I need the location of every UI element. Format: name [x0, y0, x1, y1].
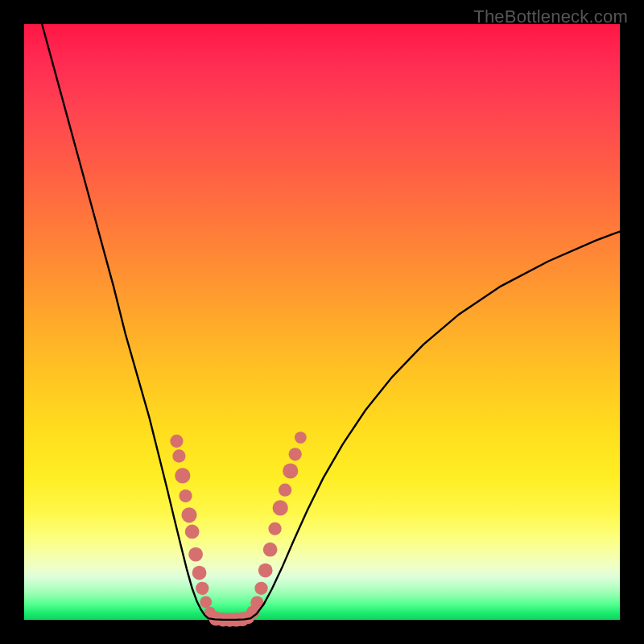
data-marker [273, 500, 288, 515]
marker-layer [170, 431, 306, 627]
watermark-text: TheBottleneck.com [473, 6, 628, 27]
data-marker [181, 507, 196, 522]
data-marker [175, 468, 190, 483]
data-marker [170, 435, 183, 448]
data-marker [179, 489, 192, 502]
data-marker [188, 547, 203, 562]
data-marker [295, 431, 307, 444]
data-marker [192, 566, 207, 580]
data-marker [172, 449, 185, 462]
data-marker [254, 582, 267, 595]
data-marker [279, 484, 291, 497]
data-marker [185, 525, 200, 539]
bottleneck-curve [42, 24, 620, 620]
data-marker [268, 522, 281, 535]
chart-frame: TheBottleneck.com [0, 0, 644, 644]
data-marker [258, 564, 273, 578]
data-marker [289, 448, 302, 460]
data-marker [200, 596, 212, 608]
data-marker [283, 463, 298, 478]
data-marker [263, 543, 278, 557]
data-marker [196, 582, 208, 595]
chart-overlay [24, 24, 620, 620]
